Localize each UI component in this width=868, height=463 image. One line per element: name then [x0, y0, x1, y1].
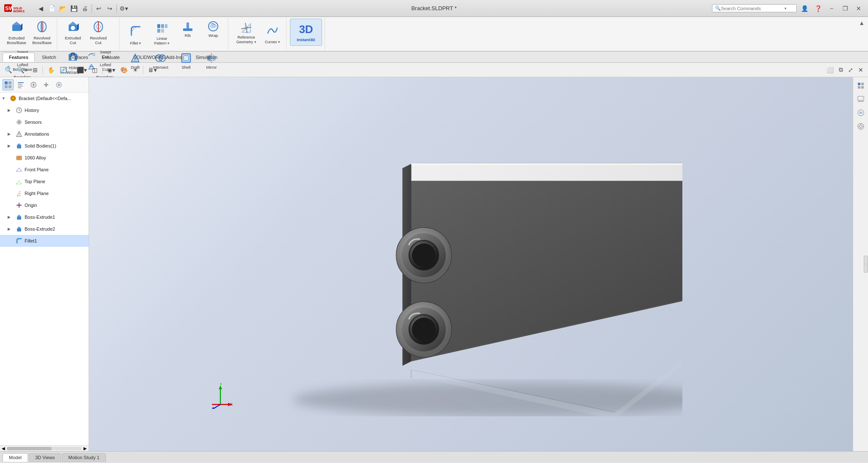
zoom-to-fit-button[interactable]: 🔍	[3, 64, 14, 75]
tree-item-material[interactable]: 1060 Alloy	[0, 152, 89, 164]
rib-button[interactable]: Rib	[175, 19, 200, 50]
display-manager-button[interactable]	[53, 79, 64, 90]
options-dropdown[interactable]: ⚙▾	[119, 3, 129, 14]
display-style-button[interactable]: ◉▾	[105, 64, 117, 75]
tab-simulation[interactable]: Simulation	[189, 53, 224, 61]
close-viewport-button[interactable]: ✕	[856, 64, 865, 75]
search-icon: 🔍	[715, 6, 721, 11]
save-button[interactable]: 💾	[69, 3, 79, 14]
help-button[interactable]: ❓	[812, 3, 824, 14]
scene-button[interactable]: ☀	[131, 64, 140, 75]
property-manager-button[interactable]	[15, 79, 26, 90]
standard-views-button[interactable]: ⬛▾	[75, 64, 89, 75]
tree-item-fillet1[interactable]: Fillet1	[0, 235, 89, 247]
tree-item-boss-extrude2[interactable]: ▶ Boss-Extrude2	[0, 223, 89, 235]
right-panel-icon1[interactable]	[855, 80, 867, 92]
tree-item-front-plane[interactable]: Front Plane	[0, 164, 89, 176]
svg-rect-103	[861, 86, 864, 89]
open-button[interactable]: 📂	[58, 3, 68, 14]
maximize-button[interactable]: ❐	[839, 3, 851, 14]
right-panel-icon3[interactable]	[855, 107, 867, 119]
scroll-right-btn[interactable]: ▶	[83, 446, 87, 451]
pan-button[interactable]: ✋	[45, 64, 57, 75]
svg-point-17	[71, 26, 75, 30]
svg-rect-56	[18, 84, 22, 85]
svg-rect-53	[5, 85, 8, 88]
svg-rect-34	[161, 29, 164, 33]
dimetension-expert-button[interactable]: ✛	[41, 79, 52, 90]
tree-item-annotations[interactable]: ▶ Annotations	[0, 128, 89, 140]
ribbon-collapse[interactable]: ▲	[857, 18, 866, 50]
rotate-button[interactable]: 🔄	[58, 64, 69, 75]
3d-model-view	[216, 98, 682, 416]
sensors-icon	[15, 118, 23, 126]
sidebar-hscroll[interactable]: ◀ ▶	[0, 445, 89, 451]
svg-rect-33	[157, 29, 160, 33]
minimize-button[interactable]: −	[826, 3, 837, 14]
zoom-selection-button[interactable]: ⊞	[31, 64, 40, 75]
front-plane-label: Front Plane	[25, 167, 87, 172]
search-box[interactable]: 🔍 ▾	[712, 4, 797, 12]
tab-model[interactable]: Model	[3, 453, 28, 462]
right-panel-icon4[interactable]	[855, 120, 867, 132]
viewport[interactable]: Y X Z	[89, 77, 853, 451]
search-input[interactable]	[721, 6, 785, 11]
tab-evaluate[interactable]: Evaluate	[95, 53, 126, 61]
features-group: Fillet ▾ Linea	[120, 18, 228, 50]
tab-surfaces[interactable]: Surfaces	[64, 53, 95, 61]
instant3d-button[interactable]: 3D Instant3D	[290, 19, 322, 46]
tab-motion-study[interactable]: Motion Study 1	[62, 453, 106, 462]
tree-item-boss-extrude1[interactable]: ▶ Boss-Extrude1	[0, 211, 89, 223]
linear-pattern-button[interactable]: LinearPattern ▾	[149, 19, 175, 50]
extruded-boss-button[interactable]: ExtrudedBoss/Base	[4, 19, 29, 47]
collapse-ribbon-button[interactable]: ▲	[859, 20, 865, 26]
revolved-cut-button[interactable]: RevolvedCut	[86, 19, 111, 47]
print-button[interactable]: 🖨	[80, 3, 90, 14]
tab-3dviews[interactable]: 3D Views	[29, 453, 61, 462]
tree-item-top-plane[interactable]: Top Plane	[0, 176, 89, 187]
tree-item-origin[interactable]: Origin	[0, 199, 89, 211]
right-panel-icon2[interactable]	[855, 93, 867, 105]
scroll-left-btn[interactable]: ◀	[2, 446, 5, 451]
feature-manager-button[interactable]	[3, 79, 14, 90]
sep2	[72, 66, 72, 74]
extruded-cut-button[interactable]: ExtrudedCut	[61, 19, 85, 47]
tab-addins[interactable]: SOLIDWORKS Add-Ins	[127, 53, 189, 61]
hscroll-thumb[interactable]	[7, 447, 52, 450]
user-icon-button[interactable]: 👤	[798, 3, 810, 14]
back-button[interactable]: ◀	[36, 3, 46, 14]
tree-item-solid-bodies[interactable]: ▶ Solid Bodies(1)	[0, 140, 89, 152]
curves-icon	[267, 19, 278, 39]
new-button[interactable]: 📄	[47, 3, 57, 14]
svg-rect-31	[161, 24, 164, 28]
view-settings-button[interactable]: 🖥▾	[146, 64, 159, 75]
section-view-button[interactable]: ◫	[90, 64, 100, 75]
annotations-icon	[15, 130, 23, 138]
tree-item-right-plane[interactable]: Right Plane	[0, 187, 89, 199]
fillet-button[interactable]: Fillet ▾	[123, 19, 148, 50]
appearance-button[interactable]: 🎨	[118, 64, 130, 75]
viewport-split-button[interactable]: ⬜	[824, 64, 836, 75]
tab-features[interactable]: Features	[3, 53, 35, 62]
svg-marker-83	[17, 192, 20, 196]
zoom-in-button[interactable]: 🔍+	[15, 64, 30, 75]
viewport-quad-button[interactable]: ⧉	[837, 64, 845, 75]
sidebar-toolbar: ✛	[0, 77, 89, 92]
close-button[interactable]: ✕	[853, 3, 865, 14]
wrap-button[interactable]: Wrap	[201, 19, 225, 50]
configuration-manager-button[interactable]	[28, 79, 39, 90]
view-palette-icon	[857, 95, 865, 103]
reference-geometry-button[interactable]: ReferenceGeometry ▾	[232, 19, 261, 47]
redo-button[interactable]: ↪	[105, 3, 115, 14]
tree-item-bracket[interactable]: ▼ Bracket (Default<<Defa...	[0, 92, 89, 104]
tab-sketch[interactable]: Sketch	[36, 53, 63, 61]
curves-button[interactable]: Curves ▾	[262, 19, 284, 47]
extruded-cut-icon	[67, 21, 79, 34]
undo-button[interactable]: ↩	[94, 3, 104, 14]
tree-item-sensors[interactable]: Sensors	[0, 116, 89, 128]
revolved-boss-button[interactable]: RevolvedBoss/Base	[30, 19, 54, 47]
search-dropdown-arrow[interactable]: ▾	[785, 6, 787, 11]
viewport-max-button[interactable]: ⤢	[846, 64, 855, 75]
hscroll-track[interactable]	[7, 447, 82, 450]
tree-item-history[interactable]: ▶ History	[0, 104, 89, 116]
